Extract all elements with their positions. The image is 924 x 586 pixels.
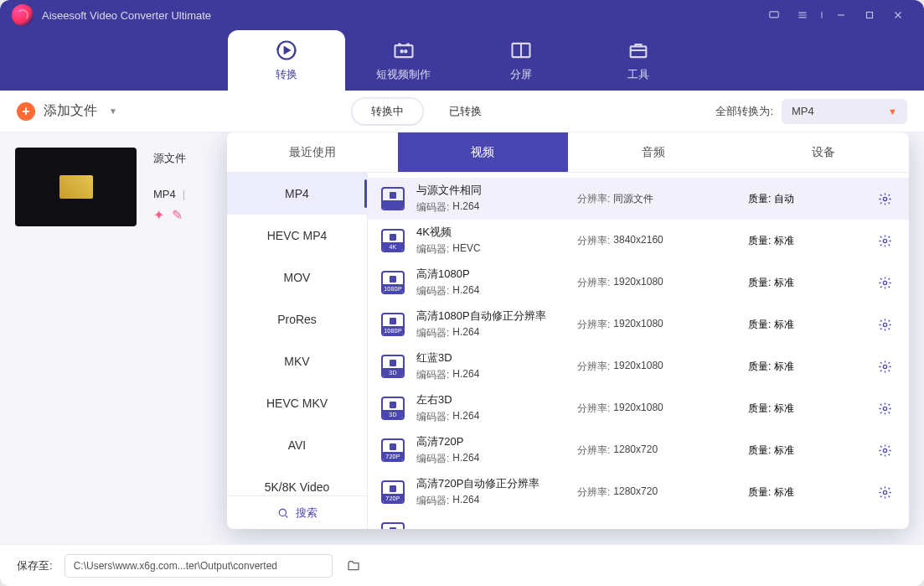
format-badge-icon: 4K — [381, 229, 405, 252]
tab-converted[interactable]: 已转换 — [449, 104, 482, 119]
video-thumbnail[interactable] — [15, 148, 137, 226]
svg-point-15 — [883, 449, 886, 452]
option-title: 高清720P — [416, 434, 565, 449]
format-option[interactable]: 720P高清720P编码器:H.264分辨率:1280x720质量:标准 — [368, 429, 909, 471]
tab-split-screen[interactable]: 分屏 — [462, 30, 580, 91]
panel-tab-audio[interactable]: 音频 — [568, 132, 739, 172]
format-badge-icon: 3D — [381, 355, 405, 378]
format-search[interactable]: 搜索 — [227, 495, 367, 529]
format-category[interactable]: ProRes — [227, 298, 367, 340]
output-path-field[interactable]: C:\Users\www.x6g.com...ter\Output\conver… — [65, 554, 333, 578]
option-settings-icon[interactable] — [874, 481, 896, 503]
split-screen-icon — [509, 39, 533, 62]
format-category[interactable]: MOV — [227, 257, 367, 298]
option-settings-icon[interactable] — [874, 272, 896, 293]
convert-all-to: 全部转换为: MP4 ▼ — [715, 99, 907, 124]
app-title: Aiseesoft Video Converter Ultimate — [42, 9, 211, 22]
format-category[interactable]: MP4 — [227, 173, 367, 215]
svg-point-4 — [400, 50, 402, 52]
chevron-down-icon: ▼ — [888, 106, 897, 117]
browse-folder-icon[interactable] — [344, 557, 363, 575]
panel-tab-recent[interactable]: 最近使用 — [227, 132, 398, 172]
svg-point-13 — [883, 365, 886, 368]
format-category[interactable]: HEVC MKV — [227, 382, 367, 424]
source-file-label: 源文件 — [153, 151, 204, 166]
enhance-icon[interactable]: ✦ ✎ — [153, 207, 204, 223]
svg-point-10 — [883, 239, 886, 242]
title-bar-top: Aiseesoft Video Converter Ultimate — [0, 0, 924, 30]
chevron-down-icon: ▼ — [109, 106, 117, 116]
convert-icon — [275, 39, 298, 62]
panel-tab-video[interactable]: 视频 — [398, 132, 569, 172]
option-settings-icon[interactable] — [874, 439, 896, 461]
divider — [817, 3, 827, 28]
tab-convert[interactable]: 转换 — [228, 30, 345, 91]
svg-point-14 — [883, 407, 886, 410]
tab-short-video-label: 短视频制作 — [376, 67, 431, 82]
option-title: 与源文件相同 — [416, 183, 565, 198]
format-badge-icon: 720P — [381, 480, 405, 504]
svg-rect-3 — [395, 45, 412, 57]
title-bar: Aiseesoft Video Converter Ultimate 转换 短视… — [0, 0, 924, 91]
convert-state-tabs: 转换中 — [351, 97, 424, 126]
svg-point-16 — [883, 490, 886, 494]
bottom-bar: 保存至: C:\Users\www.x6g.com...ter\Output\c… — [0, 544, 924, 586]
format-option[interactable]: 720P高清720P自动修正分辨率编码器:H.264分辨率:1280x720质量… — [368, 471, 909, 513]
format-select[interactable]: MP4 ▼ — [782, 99, 907, 124]
svg-point-12 — [883, 323, 886, 326]
format-category[interactable]: AVI — [227, 424, 367, 466]
format-option[interactable]: 1080P高清1080P自动修正分辨率编码器:H.264分辨率:1920x108… — [368, 303, 909, 345]
format-option[interactable]: 3D红蓝3D编码器:H.264分辨率:1920x1080质量:标准 — [368, 345, 909, 387]
option-settings-icon[interactable] — [874, 188, 896, 210]
tab-short-video[interactable]: 短视频制作 — [345, 30, 462, 91]
format-panel-tabs: 最近使用 视频 音频 设备 — [227, 132, 909, 173]
add-file-label: 添加文件 — [44, 102, 97, 120]
minimize-button[interactable] — [827, 3, 855, 28]
option-title: 高清1080P自动修正分辨率 — [416, 309, 565, 324]
source-format: MP4| — [153, 188, 204, 200]
format-option[interactable]: 4K4K视频编码器:HEVC分辨率:3840x2160质量:标准 — [368, 220, 909, 262]
option-settings-icon[interactable] — [874, 230, 896, 252]
format-options-list[interactable]: 与源文件相同编码器:H.264分辨率:同源文件质量:自动4K4K视频编码器:HE… — [368, 173, 909, 529]
svg-point-8 — [279, 509, 286, 516]
app-window: Aiseesoft Video Converter Ultimate 转换 短视… — [0, 0, 924, 586]
plus-icon: + — [17, 102, 35, 121]
maximize-button[interactable] — [855, 3, 884, 28]
tab-split-screen-label: 分屏 — [510, 67, 532, 82]
svg-point-5 — [405, 50, 406, 52]
format-option[interactable]: 与源文件相同编码器:H.264分辨率:同源文件质量:自动 — [368, 178, 909, 220]
format-search-label: 搜索 — [296, 506, 317, 521]
toolbar: + 添加文件 ▼ 转换中 已转换 全部转换为: MP4 ▼ — [0, 91, 924, 132]
tab-tools[interactable]: 工具 — [580, 30, 697, 91]
option-settings-icon[interactable] — [874, 355, 896, 377]
menu-icon[interactable] — [788, 3, 817, 28]
option-title: 640P — [416, 528, 565, 530]
option-settings-icon[interactable] — [874, 397, 896, 419]
svg-point-11 — [883, 281, 886, 284]
format-badge-icon — [381, 187, 405, 210]
search-icon — [277, 507, 289, 519]
close-button[interactable] — [884, 3, 912, 28]
option-title: 左右3D — [416, 392, 565, 407]
panel-tab-device[interactable]: 设备 — [739, 132, 910, 172]
tab-tools-label: 工具 — [627, 67, 649, 82]
format-select-value: MP4 — [792, 105, 814, 117]
content-area: 源文件 MP4| ✦ ✎ 最近使用 视频 音频 设备 MP4HEVC MP4MO… — [0, 132, 924, 544]
format-category[interactable]: MKV — [227, 340, 367, 382]
short-video-icon — [392, 39, 416, 62]
option-settings-icon[interactable] — [874, 314, 896, 335]
option-title: 高清720P自动修正分辨率 — [416, 476, 565, 491]
format-category[interactable]: 5K/8K Video — [227, 466, 367, 495]
format-categories: MP4HEVC MP4MOVProResMKVHEVC MKVAVI5K/8K … — [227, 173, 368, 529]
save-to-label: 保存至: — [17, 558, 53, 573]
tab-converting[interactable]: 转换中 — [353, 99, 422, 124]
format-option[interactable]: 1080P高清1080P编码器:H.264分辨率:1920x1080质量:标准 — [368, 262, 909, 303]
add-file-button[interactable]: + 添加文件 ▼ — [17, 102, 117, 121]
main-tab-row: 转换 短视频制作 分屏 工具 — [0, 30, 924, 91]
format-panel: 最近使用 视频 音频 设备 MP4HEVC MP4MOVProResMKVHEV… — [227, 132, 909, 529]
format-option[interactable]: 640P — [368, 513, 909, 529]
feedback-icon[interactable] — [760, 3, 788, 28]
format-category[interactable]: HEVC MP4 — [227, 215, 367, 257]
option-title: 4K视频 — [416, 225, 565, 240]
format-option[interactable]: 3D左右3D编码器:H.264分辨率:1920x1080质量:标准 — [368, 387, 909, 429]
